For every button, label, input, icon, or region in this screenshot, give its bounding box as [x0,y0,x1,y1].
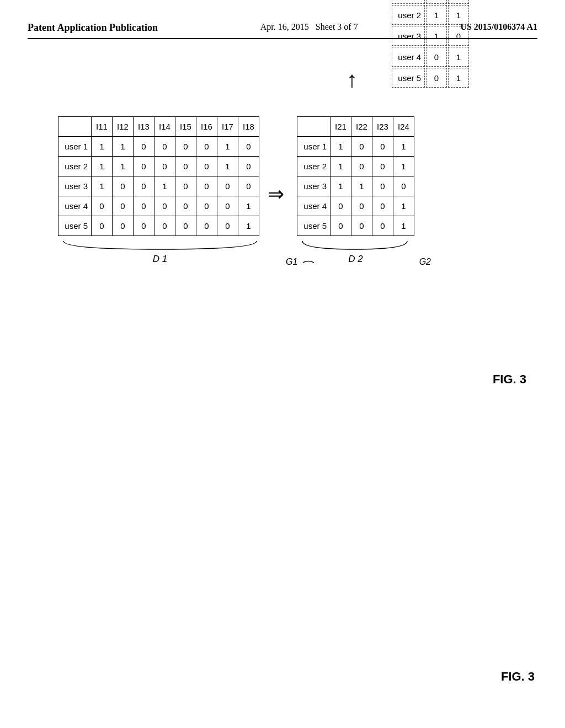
d2-area: I21I22I23I24user 11001user 21001user 311… [297,116,414,255]
header-sheet: Sheet 3 of 7 [316,22,358,31]
header-date: Apr. 16, 2015 [260,22,309,31]
d1-brace-container: D 1 [58,238,262,255]
fig3-label: FIG. 3 [501,670,535,684]
d2-brace-container: D 2 [297,238,414,255]
d2-brace [297,238,413,255]
d1-label: D 1 [153,254,167,265]
page: Patent Application Publication Apr. 16, … [0,0,565,728]
publication-title: Patent Application Publication [28,22,158,34]
up-arrow: ↑ [347,67,358,93]
d1-brace [58,238,262,255]
g2-label: G2 [419,257,431,267]
g1-label: G1 [286,257,317,268]
d3-table: I31I32user 111user 211user 310user 401us… [391,0,470,89]
fig-label: FIG. 3 [493,372,526,387]
patent-number: US 2015/0106374 A1 [460,22,537,32]
header-center: Apr. 16, 2015 Sheet 3 of 7 [260,22,358,32]
g1-arrow [300,257,317,268]
d1-area: I11I12I13I14I15I16I17I18user 111000010us… [58,116,262,255]
d2-label: D 2 [348,254,363,265]
d1-table: I11I12I13I14I15I16I17I18user 111000010us… [58,116,259,236]
d3-area: I31I32user 111user 211user 310user 401us… [391,0,470,89]
d2-table: I21I22I23I24user 11001user 21001user 311… [297,116,414,236]
arrow-right: ⇒ [268,183,284,206]
